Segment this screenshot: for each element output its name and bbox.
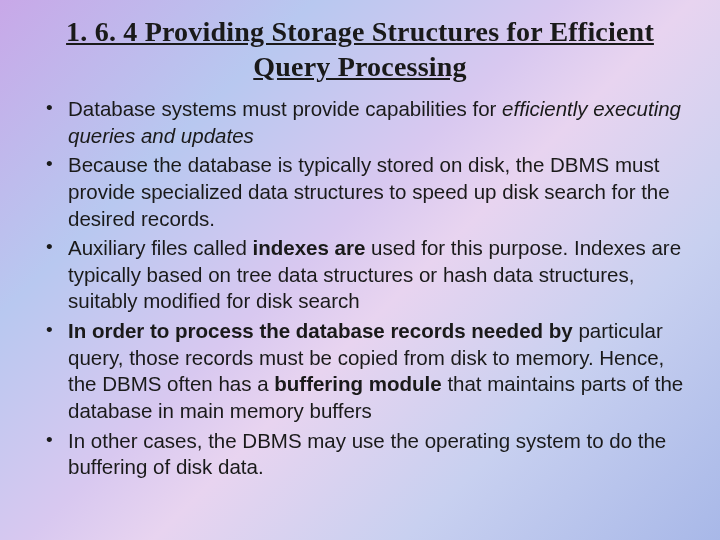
bullet-text: Database systems must provide capabiliti… bbox=[68, 97, 502, 120]
slide-title: 1. 6. 4 Providing Storage Structures for… bbox=[24, 14, 696, 84]
bullet-text-bold: buffering module bbox=[274, 372, 447, 395]
bullet-text: Auxiliary files called bbox=[68, 236, 253, 259]
bullet-list: Database systems must provide capabiliti… bbox=[24, 96, 696, 481]
list-item: In order to process the database records… bbox=[46, 318, 696, 425]
bullet-text-bold: indexes are bbox=[253, 236, 372, 259]
bullet-text-bold: In order to process the database records… bbox=[68, 319, 578, 342]
list-item: Auxiliary files called indexes are used … bbox=[46, 235, 696, 315]
slide-container: 1. 6. 4 Providing Storage Structures for… bbox=[0, 0, 720, 504]
list-item: In other cases, the DBMS may use the ope… bbox=[46, 428, 696, 481]
list-item: Because the database is typically stored… bbox=[46, 152, 696, 232]
bullet-text: In other cases, the DBMS may use the ope… bbox=[68, 429, 666, 479]
bullet-text: Because the database is typically stored… bbox=[68, 153, 670, 229]
list-item: Database systems must provide capabiliti… bbox=[46, 96, 696, 149]
